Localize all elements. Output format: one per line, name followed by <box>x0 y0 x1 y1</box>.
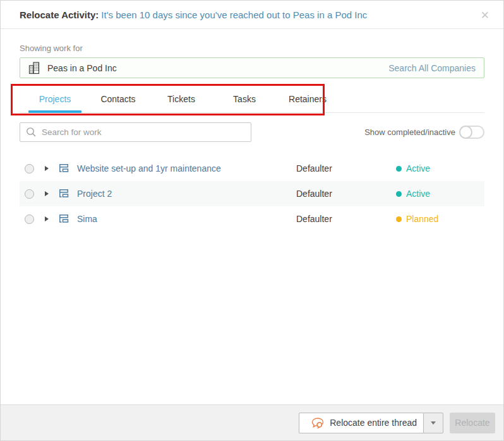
show-completed-label: Show completed/inactive <box>364 127 455 137</box>
row-radio[interactable] <box>25 164 34 173</box>
modal-header: Relocate Activity:It's been 10 days sinc… <box>1 1 503 29</box>
status-badge: Active <box>396 189 484 199</box>
expand-caret-icon[interactable] <box>45 216 49 221</box>
tab-tasks[interactable]: Tasks <box>213 90 276 112</box>
search-icon <box>26 127 37 138</box>
tab-tickets[interactable]: Tickets <box>150 90 213 112</box>
toggle-group: Show completed/inactive <box>364 126 484 139</box>
search-input[interactable] <box>42 127 245 137</box>
modal-title-prefix: Relocate Activity: <box>20 9 99 20</box>
active-tab-underline <box>28 110 81 113</box>
project-icon <box>57 214 69 224</box>
show-completed-toggle[interactable] <box>459 126 484 139</box>
expand-caret-icon[interactable] <box>45 191 49 196</box>
modal-title-message: It's been 10 days since you've reached o… <box>101 9 367 20</box>
relocate-entire-thread-button[interactable]: Relocate entire thread <box>299 413 423 433</box>
relocate-thread-split-button: Relocate entire thread <box>299 413 443 433</box>
chevron-down-icon <box>431 421 436 425</box>
toggle-knob <box>459 126 472 139</box>
tab-contacts[interactable]: Contacts <box>87 90 150 112</box>
status-dot <box>396 216 402 222</box>
work-name-link[interactable]: Project 2 <box>77 189 296 199</box>
expand-caret-icon[interactable] <box>45 166 49 171</box>
search-all-companies-link[interactable]: Search All Companies <box>388 63 476 73</box>
tab-projects[interactable]: Projects <box>23 90 87 112</box>
status-badge: Planned <box>396 214 484 224</box>
chat-bubbles-icon <box>311 417 325 429</box>
work-manager: Defaulter <box>296 163 396 173</box>
tab-bar: Projects Contacts Tickets Tasks Retainer… <box>20 90 484 113</box>
relocate-activity-modal: Relocate Activity:It's been 10 days sinc… <box>0 0 504 441</box>
work-manager: Defaulter <box>296 214 396 224</box>
filter-row: Show completed/inactive <box>20 122 484 142</box>
work-name-link[interactable]: Sima <box>77 214 296 224</box>
building-icon <box>28 61 40 74</box>
company-selector[interactable]: Peas in a Pod Inc Search All Companies <box>20 57 484 78</box>
status-dot <box>396 191 402 197</box>
row-radio[interactable] <box>25 215 34 224</box>
project-icon <box>57 163 69 173</box>
modal-title: Relocate Activity:It's been 10 days sinc… <box>20 9 367 20</box>
table-row[interactable]: Project 2 Defaulter Active <box>20 181 484 206</box>
status-badge: Active <box>396 163 484 173</box>
work-name-link[interactable]: Website set-up and 1yr maintenance <box>77 163 296 173</box>
relocate-button[interactable]: Relocate <box>450 413 495 433</box>
close-icon[interactable]: ✕ <box>477 8 493 23</box>
work-list: Website set-up and 1yr maintenance Defau… <box>20 156 484 232</box>
status-dot <box>396 166 402 172</box>
selected-company-name: Peas in a Pod Inc <box>47 63 388 73</box>
relocate-thread-label: Relocate entire thread <box>330 418 417 428</box>
work-manager: Defaulter <box>296 189 396 199</box>
table-row[interactable]: Sima Defaulter Planned <box>20 206 484 232</box>
work-search-box[interactable] <box>20 122 251 142</box>
table-row[interactable]: Website set-up and 1yr maintenance Defau… <box>20 156 484 181</box>
tabs-section: Projects Contacts Tickets Tasks Retainer… <box>20 90 484 113</box>
row-radio[interactable] <box>25 189 34 199</box>
tab-retainers[interactable]: Retainers <box>276 90 339 112</box>
showing-work-for-label: Showing work for <box>20 44 484 53</box>
thread-options-dropdown[interactable] <box>423 413 443 433</box>
modal-body: Showing work for <box>1 44 503 232</box>
modal-footer: Relocate entire thread Relocate <box>1 404 503 440</box>
project-icon <box>57 189 69 199</box>
